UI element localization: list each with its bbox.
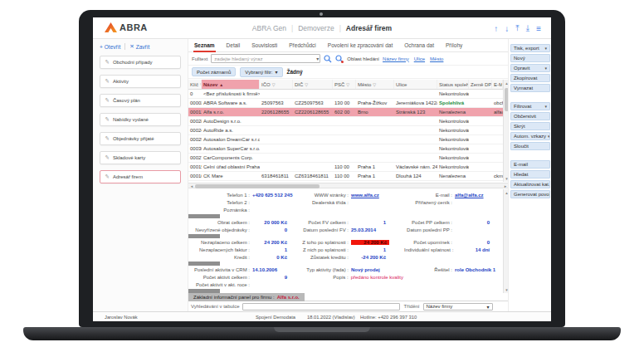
scope-link-1[interactable]: Ulice — [414, 56, 425, 61]
sidebar-item-label: Nabídky vydané — [113, 117, 149, 122]
arrow-down-icon[interactable]: ↓ — [505, 24, 509, 33]
close-label: Zavřít — [136, 44, 150, 50]
detail-field-value: 1 — [351, 220, 386, 225]
pencil-icon: ✎ — [104, 174, 110, 181]
detail-field-label: Počet aktivit v akt. roce : — [190, 282, 250, 287]
advanced-search-icon[interactable] — [335, 55, 344, 63]
column-header-4[interactable]: PSČ▽ — [333, 80, 356, 89]
cell-city: Praha 1 — [356, 172, 394, 180]
cell-email: obchod — [492, 99, 503, 107]
sidebar-item-5[interactable]: ✎Skladové karty — [100, 151, 181, 164]
detail-field-label: Nevyřízené objednávky : — [190, 227, 250, 232]
sidebar-item-2[interactable]: ✎Časový plán — [100, 94, 181, 107]
detail-field-value: 14 dní — [455, 247, 490, 252]
tab-1[interactable]: Detail — [221, 39, 246, 52]
fulltext-input[interactable] — [211, 54, 320, 63]
column-header-6[interactable]: Ulice — [394, 80, 437, 89]
filter-value: Žádný — [287, 69, 303, 75]
cell-street — [394, 135, 437, 144]
scope-link-2[interactable]: Město — [430, 56, 443, 61]
action-button-2-1[interactable]: Hledat — [510, 170, 550, 178]
sidebar-item-3[interactable]: ✎Nabídky vydané — [100, 113, 181, 126]
column-header-2[interactable]: IČO▽ — [260, 80, 293, 89]
table-row[interactable]: 00011Alfa s.r.o.2206128655CZ220612865560… — [188, 108, 503, 117]
menu-icon[interactable]: ≡ — [536, 24, 541, 33]
scroll-left-icon[interactable]: ◂ — [188, 183, 195, 189]
column-header-7[interactable]: Status spolehli... — [437, 80, 469, 89]
horizontal-scrollbar[interactable]: ◂ ▸ — [188, 183, 509, 188]
column-header-8[interactable]: Země DPH reg. — [469, 80, 492, 89]
table-row[interactable]: 00028AutoDesign s.r.o.Nekontrolována — [188, 117, 503, 126]
tab-2[interactable]: Souvislosti — [246, 39, 283, 52]
arrow-to-bottom-icon[interactable]: ⤓ — [526, 23, 529, 33]
left-sidebar: + Otevřít ✕ Zavřít ✎Obchodní případy✎Akt… — [93, 39, 188, 311]
cell-vat — [469, 99, 492, 107]
table-row[interactable]: 00024AutoRide a.s.Nekontrolována — [188, 126, 503, 135]
action-button-1-4[interactable]: Sloučit — [510, 142, 550, 150]
detail-field: Přiřazený ceník : — [404, 198, 502, 206]
sidebar-item-1[interactable]: ✎Aktivity — [100, 75, 181, 88]
cell-dic — [293, 126, 333, 134]
sidebar-item-0[interactable]: ✎Obchodní případy — [100, 56, 181, 69]
action-button-2-0[interactable]: E-mail — [510, 160, 550, 169]
sort-select[interactable]: Název firmy ▾ — [423, 303, 493, 310]
detail-field-value: alfa@alfa.cz — [455, 193, 484, 198]
column-header-3[interactable]: DIČ▽ — [293, 80, 333, 89]
table-row[interactable]: 00029Autosalon DreamCar s.r.o.Nekontrolo… — [188, 135, 503, 144]
detail-field: Datum poslední PP : — [404, 226, 502, 233]
cell-psc: 602 00 — [333, 108, 356, 116]
scrollbar-thumb[interactable] — [195, 184, 320, 188]
scope-link-0[interactable]: Název firmy — [383, 56, 409, 61]
cell-key: 00030 — [188, 144, 202, 153]
tab-3[interactable]: Předchůdci — [283, 39, 322, 52]
sidebar-item-4[interactable]: ✎Objednávky přijaté — [100, 132, 181, 145]
cell-vat — [469, 154, 492, 162]
action-button-1-1[interactable]: Občerstvit — [510, 112, 550, 120]
table-row[interactable]: 00002ABRA Software a.s.25097563CZ2509756… — [188, 99, 503, 108]
chevron-down-icon[interactable]: ▾ — [316, 56, 319, 61]
cell-psc — [333, 126, 356, 134]
action-button-1-0[interactable]: Filtrovat▾ — [510, 102, 550, 110]
close-button[interactable]: ✕ Zavřít — [129, 43, 149, 50]
action-button-0-0[interactable]: Tisk, export▾ — [510, 44, 550, 52]
action-button-0-4[interactable]: Vymazat — [510, 84, 550, 92]
filter-select[interactable]: Vybraný filtr: ▾ — [240, 67, 282, 77]
table-search-input[interactable] — [242, 303, 400, 310]
info-panel-tab[interactable]: Základní informační panel pro firmu : Al… — [188, 293, 305, 301]
tab-5[interactable]: Ochrana dat — [398, 39, 440, 52]
action-button-0-3[interactable]: Zkopírovat — [510, 74, 550, 82]
action-button-2-3[interactable]: Generovat povolení▾ — [510, 190, 550, 198]
table-row[interactable]: 00027CarComponents Corp.Nekontrolována — [188, 154, 503, 163]
column-header-0[interactable]: Klíč▽ — [188, 80, 202, 89]
tab-0[interactable]: Seznam — [188, 39, 221, 52]
column-header-1[interactable]: Název▲ — [202, 80, 260, 89]
sidebar-item-6[interactable]: ✎Adresář firem — [100, 170, 181, 183]
open-close-toolbar: + Otevřít ✕ Zavřít — [100, 43, 149, 50]
detail-field: Poslední aktivita v CRM :14.10.2006 — [190, 266, 296, 273]
table-row[interactable]: 0<Bez příslušnosti k firmě>Nekontrolován… — [188, 90, 503, 99]
detail-field-value: +420 625 512 245 — [252, 193, 293, 198]
cell-name: Autosalon DreamCar s.r.o. — [202, 135, 260, 144]
sort-desc-icon: ▽ — [305, 82, 308, 87]
detail-field-label: Kredit : — [190, 255, 250, 260]
table-row[interactable]: 00010CK Mare6318461811CZ6318461811110 00… — [188, 172, 503, 181]
cell-dic — [293, 135, 333, 144]
arrow-to-top-icon[interactable]: ⤒ — [515, 23, 519, 33]
detail-row: Počet aktivit v akt. roce : — [188, 281, 503, 288]
open-button[interactable]: + Otevřít — [100, 44, 120, 50]
action-button-2-2[interactable]: Aktualizovat kat.▾ — [510, 180, 550, 188]
search-icon[interactable] — [324, 55, 332, 63]
table-row[interactable]: 00030Autosalon SuperCar s.r.o.Nekontrolo… — [188, 144, 503, 154]
action-button-1-3[interactable]: Autom. vzkazy▾ — [510, 132, 550, 140]
column-header-5[interactable]: Město▽ — [356, 80, 394, 89]
tab-6[interactable]: Přílohy — [440, 39, 468, 52]
arrow-up-icon[interactable]: ↑ — [494, 24, 498, 33]
tab-4[interactable]: Povolení ke zpracování dat — [322, 39, 398, 52]
record-count-button[interactable]: Počet záznamů — [192, 67, 236, 76]
table-row[interactable]: 00015Celní úřad oblastní Praha110 00Prah… — [188, 163, 503, 172]
chevron-down-icon: ▾ — [275, 69, 277, 75]
action-button-0-1[interactable]: Nový — [510, 54, 550, 62]
column-header-9[interactable]: E-Mail — [492, 80, 503, 89]
action-button-1-2[interactable]: Skrýt — [510, 122, 550, 130]
action-button-0-2[interactable]: Opravit▾ — [510, 64, 550, 72]
